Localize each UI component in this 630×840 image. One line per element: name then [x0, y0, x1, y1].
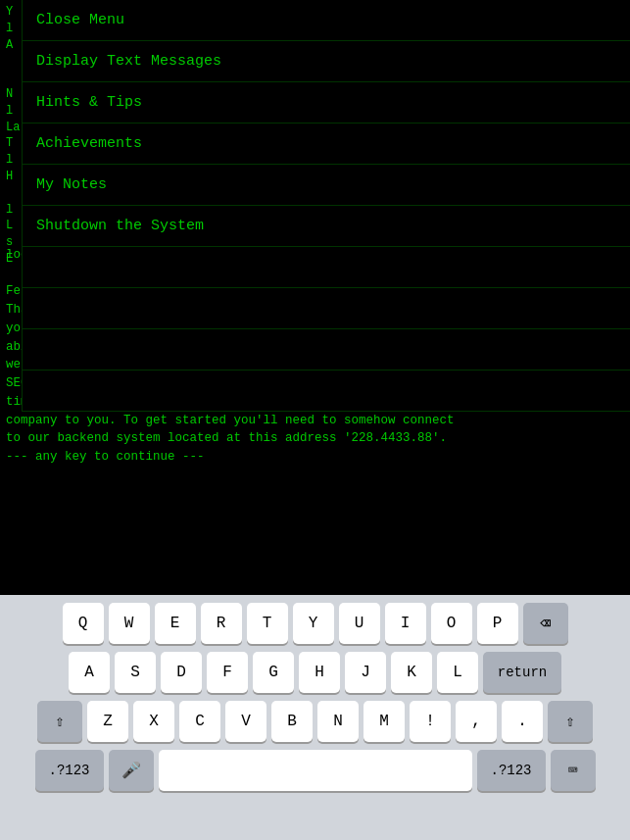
key-exclamation[interactable]: !	[410, 701, 451, 742]
keyboard-row-4: .?123 🎤 .?123 ⌨	[4, 750, 626, 791]
key-d[interactable]: D	[161, 652, 202, 693]
keyboard-row-2: A S D F G H J K L return	[4, 652, 626, 693]
key-g[interactable]: G	[253, 652, 294, 693]
key-z[interactable]: Z	[87, 701, 128, 742]
key-shift-left[interactable]: ⇧	[37, 701, 82, 742]
key-microphone[interactable]: 🎤	[109, 750, 154, 791]
key-n[interactable]: N	[317, 701, 359, 742]
key-y[interactable]: Y	[293, 603, 334, 644]
key-h[interactable]: H	[299, 652, 340, 693]
key-u[interactable]: U	[339, 603, 380, 644]
keyboard: Q W E R T Y U I O P ⌫ A S D F G H J K L …	[0, 595, 630, 840]
menu-overlay: Close Menu Display Text Messages Hints &…	[22, 0, 630, 412]
key-keyboard-dismiss[interactable]: ⌨	[551, 750, 596, 791]
key-r[interactable]: R	[201, 603, 242, 644]
key-comma[interactable]: ,	[456, 701, 497, 742]
key-i[interactable]: I	[385, 603, 426, 644]
key-f[interactable]: F	[207, 652, 248, 693]
keyboard-row-1: Q W E R T Y U I O P ⌫	[4, 603, 626, 644]
key-p[interactable]: P	[477, 603, 518, 644]
key-l[interactable]: L	[437, 652, 478, 693]
key-e[interactable]: E	[155, 603, 196, 644]
key-q[interactable]: Q	[63, 603, 104, 644]
key-w[interactable]: W	[109, 603, 150, 644]
key-j[interactable]: J	[345, 652, 386, 693]
key-b[interactable]: B	[271, 701, 313, 742]
key-space[interactable]	[159, 750, 472, 791]
menu-item-my-notes[interactable]: My Notes	[23, 165, 630, 206]
key-v[interactable]: V	[225, 701, 267, 742]
keyboard-row-3: ⇧ Z X C V B N M ! , . ⇧	[4, 701, 626, 742]
menu-item-shutdown[interactable]: Shutdown the System	[23, 206, 630, 247]
terminal-background: Y l A N l La T l H l L s E	[0, 0, 22, 272]
key-s[interactable]: S	[115, 652, 156, 693]
key-shift-right[interactable]: ⇧	[548, 701, 593, 742]
menu-item-close-menu[interactable]: Close Menu	[23, 0, 630, 41]
key-c[interactable]: C	[179, 701, 220, 742]
key-period[interactable]: .	[502, 701, 543, 742]
menu-item-achievements[interactable]: Achievements	[23, 124, 630, 165]
key-t[interactable]: T	[247, 603, 288, 644]
key-x[interactable]: X	[133, 701, 174, 742]
key-numpad-right[interactable]: .?123	[477, 750, 546, 791]
menu-item-display-text-messages[interactable]: Display Text Messages	[23, 41, 630, 82]
key-return[interactable]: return	[483, 652, 561, 693]
menu-item-hints-tips[interactable]: Hints & Tips	[23, 82, 630, 124]
key-m[interactable]: M	[363, 701, 405, 742]
terminal-area: Y l A N l La T l H l L s E Close Menu Di…	[0, 0, 630, 595]
key-k[interactable]: K	[391, 652, 432, 693]
key-a[interactable]: A	[69, 652, 110, 693]
key-numpad-left[interactable]: .?123	[35, 750, 104, 791]
key-o[interactable]: O	[431, 603, 472, 644]
key-backspace[interactable]: ⌫	[523, 603, 568, 644]
